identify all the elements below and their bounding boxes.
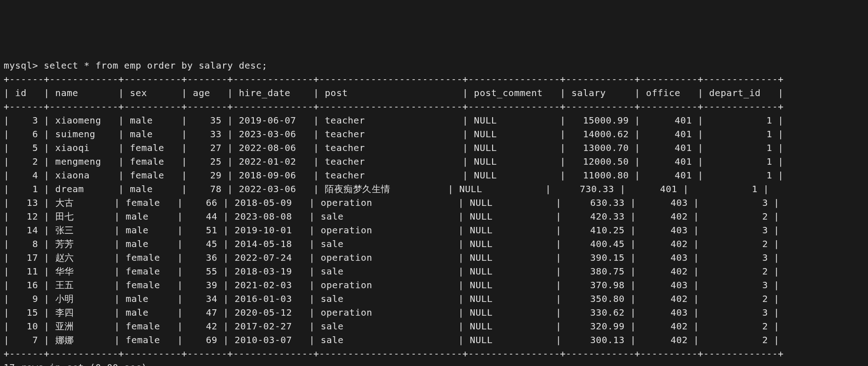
result-table: +------+------------+----------+-------+…: [4, 74, 784, 359]
sql-query: select * from emp order by salary desc;: [44, 60, 268, 71]
mysql-prompt: mysql>: [4, 60, 44, 71]
result-footer: 17 rows in set (0.00 sec): [4, 362, 147, 366]
terminal-output: mysql> select * from emp order by salary…: [4, 59, 864, 366]
